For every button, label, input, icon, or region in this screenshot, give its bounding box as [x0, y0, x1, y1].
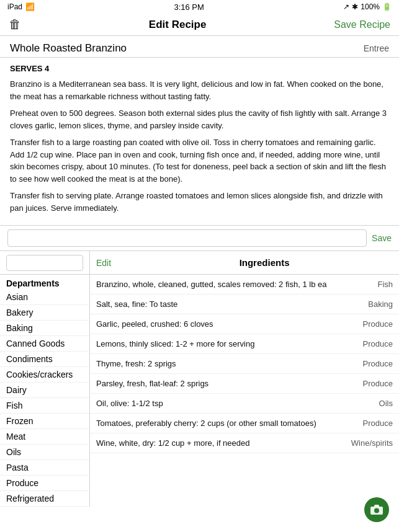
bluetooth-icon: ✱: [352, 2, 358, 11]
status-left: iPad 📶: [7, 2, 35, 11]
status-time: 3:16 PM: [174, 2, 204, 12]
recipe-title: Whole Roasted Branzino: [10, 42, 127, 55]
description-area: SERVES 4 Branzino is a Mediterranean sea…: [0, 58, 399, 226]
status-right: ↗ ✱ 100% 🔋: [343, 2, 392, 11]
ingredients-edit-button[interactable]: Edit: [96, 258, 111, 268]
description-para-2: Preheat oven to 500 degrees. Season both…: [10, 107, 389, 131]
ingredient-dept-4: Produce: [343, 359, 393, 368]
dept-item-asian[interactable]: Asian: [0, 290, 89, 305]
ingredient-row-8[interactable]: Wine, white, dry: 1/2 cup + more, if nee…: [90, 433, 399, 453]
ingredient-dept-5: Produce: [343, 379, 393, 388]
ingredient-row-6[interactable]: Oil, olive: 1-1/2 tsp Oils: [90, 394, 399, 414]
ingredient-name-7: Tomatoes, preferably cherry: 2 cups (or …: [96, 419, 338, 428]
ingredients-panel: Edit Ingredients Branzino, whole, cleane…: [90, 251, 399, 507]
ingredient-dept-1: Baking: [343, 299, 393, 309]
main-content: Departments Asian Bakery Baking Canned G…: [0, 251, 399, 507]
ingredient-dept-7: Produce: [343, 419, 393, 428]
recipe-header: Whole Roasted Branzino Entree: [0, 36, 399, 58]
ingredient-name-3: Lemons, thinly sliced: 1-2 + more for se…: [96, 339, 338, 348]
dept-item-oils[interactable]: Oils: [0, 445, 89, 460]
delete-recipe-button[interactable]: 🗑: [9, 17, 21, 32]
recipe-category: Entree: [364, 43, 389, 53]
ingredient-row-3[interactable]: Lemons, thinly sliced: 1-2 + more for se…: [90, 334, 399, 354]
dept-item-frozen[interactable]: Frozen: [0, 414, 89, 429]
sidebar-search-input[interactable]: [6, 255, 83, 271]
status-bar: iPad 📶 3:16 PM ↗ ✱ 100% 🔋: [0, 0, 399, 14]
gps-icon: ↗: [343, 2, 349, 11]
serves-label: SERVES 4: [10, 64, 389, 73]
dept-item-condiments[interactable]: Condiments: [0, 352, 89, 367]
sidebar-header: [0, 251, 89, 275]
battery-label: 100%: [361, 2, 380, 11]
ingredient-input-row: Save: [0, 226, 399, 251]
ingredient-input[interactable]: [7, 229, 367, 247]
dept-item-baking[interactable]: Baking: [0, 321, 89, 336]
dept-item-pasta[interactable]: Pasta: [0, 460, 89, 476]
description-para-3: Transfer fish to a large roasting pan co…: [10, 136, 389, 185]
svg-point-1: [374, 508, 379, 513]
sidebar: Departments Asian Bakery Baking Canned G…: [0, 251, 90, 507]
ingredient-dept-8: Wine/spirits: [343, 438, 393, 448]
ingredient-dept-0: Fish: [343, 280, 393, 289]
nav-bar: 🗑 Edit Recipe Save Recipe: [0, 14, 399, 36]
ingredient-name-2: Garlic, peeled, crushed: 6 cloves: [96, 319, 338, 329]
svg-rect-2: [374, 505, 379, 507]
ipad-label: iPad: [7, 2, 22, 11]
ingredient-name-1: Salt, sea, fine: To taste: [96, 299, 338, 309]
dept-item-fish[interactable]: Fish: [0, 398, 89, 414]
ingredients-title: Ingredients: [136, 257, 393, 268]
nav-title: Edit Recipe: [149, 19, 207, 31]
ingredient-name-8: Wine, white, dry: 1/2 cup + more, if nee…: [96, 438, 338, 448]
departments-heading: Departments: [0, 275, 89, 290]
ingredient-name-6: Oil, olive: 1-1/2 tsp: [96, 399, 338, 408]
ingredient-dept-2: Produce: [343, 319, 393, 329]
ingredient-dept-6: Oils: [343, 399, 393, 408]
dept-item-cookies-crackers[interactable]: Cookies/crackers: [0, 367, 89, 383]
ingredient-name-4: Thyme, fresh: 2 sprigs: [96, 359, 338, 368]
dept-item-produce[interactable]: Produce: [0, 476, 89, 491]
description-para-1: Branzino is a Mediterranean sea bass. It…: [10, 78, 389, 102]
wifi-icon: 📶: [25, 2, 35, 11]
ingredient-row-5[interactable]: Parsley, fresh, flat-leaf: 2 sprigs Prod…: [90, 374, 399, 394]
ingredient-name-5: Parsley, fresh, flat-leaf: 2 sprigs: [96, 379, 338, 388]
ingredient-dept-3: Produce: [343, 339, 393, 348]
dept-item-canned-goods[interactable]: Canned Goods: [0, 336, 89, 352]
ingredient-row-2[interactable]: Garlic, peeled, crushed: 6 cloves Produc…: [90, 314, 399, 334]
dept-item-meat[interactable]: Meat: [0, 429, 89, 445]
ingredients-header: Edit Ingredients: [90, 251, 399, 275]
ingredient-row-4[interactable]: Thyme, fresh: 2 sprigs Produce: [90, 354, 399, 374]
ingredient-row-1[interactable]: Salt, sea, fine: To taste Baking: [90, 295, 399, 314]
dept-item-bakery[interactable]: Bakery: [0, 305, 89, 321]
description-para-4: Transfer fish to serving plate. Arrange …: [10, 190, 389, 214]
ingredient-row-7[interactable]: Tomatoes, preferably cherry: 2 cups (or …: [90, 414, 399, 433]
dept-item-dairy[interactable]: Dairy: [0, 383, 89, 398]
ingredient-save-button[interactable]: Save: [372, 233, 392, 243]
battery-icon: 🔋: [382, 2, 392, 11]
ingredient-name-0: Branzino, whole, cleaned, gutted, scales…: [96, 280, 338, 289]
dept-item-refrigerated[interactable]: Refrigerated: [0, 491, 89, 507]
ingredient-row-0[interactable]: Branzino, whole, cleaned, gutted, scales…: [90, 275, 399, 295]
save-recipe-button[interactable]: Save Recipe: [334, 19, 390, 30]
camera-button[interactable]: [364, 497, 389, 522]
